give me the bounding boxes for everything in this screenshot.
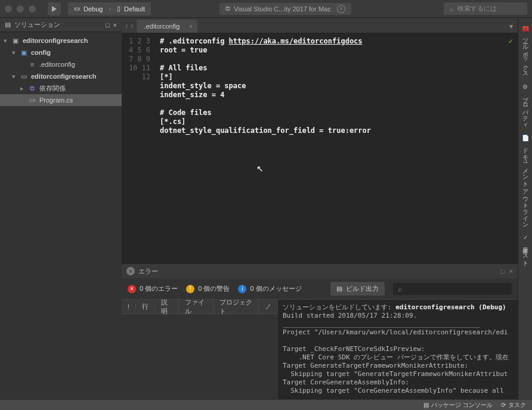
tree-item-label: 依存関係 (39, 84, 66, 93)
csharp-icon: C# (27, 98, 37, 103)
run-button[interactable] (48, 2, 61, 15)
config-name: Debug (83, 5, 103, 13)
tree-item-config[interactable]: ▾▣config (0, 46, 122, 58)
rail-label: ドキュメント アウトライン (521, 144, 530, 225)
titlebar: ▭ Debug › ▯ Default ⧉ Visual Studio C...… (0, 0, 532, 18)
rail-icon: ⚙ (522, 83, 528, 90)
disclosure-icon[interactable]: ▾ (12, 73, 19, 80)
app-title-bar: ⧉ Visual Studio C...ity 2017 for Mac × (219, 3, 351, 15)
code-content[interactable]: # .editorconfig https://aka.ms/editorcon… (155, 33, 518, 263)
nav-back-icon[interactable]: ‹ (125, 21, 128, 30)
errors-panel-title: エラー (138, 267, 158, 276)
package-console-button[interactable]: ▤ パッケージ コンソール (423, 401, 493, 409)
project-icon: ▭ (74, 5, 80, 13)
disclosure-icon[interactable]: ▾ (4, 37, 11, 45)
tasks-icon: ⟳ (501, 402, 506, 408)
build-output-button[interactable]: ▤ ビルド出力 (330, 282, 385, 296)
close-window-icon[interactable] (5, 5, 12, 13)
rail-tab-3[interactable]: ✓単体テスト (520, 231, 531, 266)
rail-label: プロパティ (521, 92, 530, 125)
column-header[interactable]: 説明 (155, 298, 178, 316)
pin-icon[interactable]: □ (500, 268, 505, 275)
close-icon[interactable]: × (113, 21, 117, 29)
solution-icon: ▣ (11, 37, 20, 45)
warning-badge-icon: ! (186, 285, 194, 293)
build-icon: ▤ (336, 285, 342, 293)
editor-tab[interactable]: .editorconfig × (137, 20, 197, 33)
line-gutter: 1 2 3 4 5 6 7 8 9 10 11 12 (122, 33, 155, 263)
tree-item-label: .editorconfig (39, 61, 75, 68)
disclosure-icon[interactable]: ▸ (20, 85, 27, 92)
solution-panel-header: ▤ ソリューション □ × (0, 18, 122, 32)
rail-icon: ✓ (523, 234, 528, 241)
folder-icon: ▣ (19, 49, 29, 57)
tree-item-label: editorconfigresearch (23, 37, 88, 44)
tasks-button[interactable]: ⟳ タスク (501, 401, 526, 409)
messages-filter[interactable]: i 0 個のメッセージ (238, 284, 301, 293)
disclosure-icon[interactable]: ▾ (12, 49, 19, 57)
project-icon: ▭ (19, 73, 29, 80)
editor-tab-bar: ‹ › .editorconfig × ▾ (122, 18, 518, 33)
global-search[interactable]: ⌕ 検索するには (444, 2, 527, 15)
column-header[interactable]: ファイル (179, 298, 214, 316)
minimize-window-icon[interactable] (17, 5, 24, 13)
vs-logo-icon: ⧉ (225, 5, 230, 13)
status-ok-icon: ✓ (509, 37, 513, 45)
rail-label: ツールボックス (521, 34, 530, 74)
stop-icon[interactable]: × (337, 5, 345, 13)
tree-item-label: Program.cs (39, 97, 73, 104)
tab-filename: .editorconfig (144, 23, 180, 30)
target-name: Default (124, 5, 145, 13)
warnings-filter[interactable]: ! 0 個の警告 (186, 284, 230, 293)
errors-panel: × エラー □ × × 0 個のエラー ! 0 個の警告 i (122, 263, 518, 399)
rail-label: 単体テスト (521, 243, 530, 263)
pin-icon[interactable]: □ (106, 21, 110, 29)
search-icon: ⌕ (450, 5, 454, 13)
zoom-window-icon[interactable] (29, 5, 36, 13)
tree-item-label: editorconfigresearch (31, 73, 96, 80)
rail-tab-2[interactable]: 📄ドキュメント アウトライン (520, 131, 531, 228)
errors-filter[interactable]: × 0 個のエラー (128, 284, 178, 293)
run-configuration[interactable]: ▭ Debug › ▯ Default (68, 2, 151, 15)
right-rail: 🧰ツールボックス⚙プロパティ📄ドキュメント アウトライン✓単体テスト (518, 18, 532, 399)
code-editor[interactable]: 1 2 3 4 5 6 7 8 9 10 11 12 # .editorconf… (122, 33, 518, 263)
doc-link[interactable]: https://aka.ms/editorconfigdocs (229, 37, 363, 45)
solution-tree: ▾▣editorconfigresearch▾▣config≡.editorco… (0, 32, 122, 399)
rail-icon: 🧰 (522, 25, 529, 32)
column-header[interactable]: ! (122, 303, 136, 310)
errors-toolbar: × 0 個のエラー ! 0 個の警告 i 0 個のメッセージ ▤ ビルド出力 (122, 278, 518, 300)
tree-item--editorconfig[interactable]: ≡.editorconfig (0, 58, 122, 70)
error-badge-icon: × (128, 285, 136, 293)
package-icon: ⧉ (27, 85, 37, 92)
target-icon: ▯ (117, 5, 120, 13)
search-placeholder: 検索するには (457, 4, 497, 13)
close-icon[interactable]: × (509, 268, 513, 275)
column-header[interactable]: プロジェクト (214, 298, 259, 316)
rail-tab-1[interactable]: ⚙プロパティ (520, 80, 531, 129)
window-controls (5, 5, 36, 13)
mouse-cursor-icon: ↖ (256, 164, 264, 173)
tree-item-editorconfigresearch[interactable]: ▾▣editorconfigresearch (0, 35, 122, 46)
nav-forward-icon[interactable]: › (131, 21, 134, 30)
column-header[interactable]: 行 (136, 302, 155, 311)
tab-overflow-icon[interactable]: ▾ (505, 20, 518, 33)
app-title: Visual Studio C...ity 2017 for Mac (234, 5, 330, 13)
tree-item--[interactable]: ▸⧉依存関係 (0, 82, 122, 94)
tree-item-label: config (31, 49, 51, 56)
search-icon: ⌕ (398, 285, 402, 293)
errors-search[interactable]: ⌕ (393, 283, 512, 295)
rail-tab-0[interactable]: 🧰ツールボックス (520, 21, 531, 77)
build-output[interactable]: ソリューションをビルドしています: editorconfigresearch (… (278, 300, 518, 399)
error-icon: × (126, 267, 135, 275)
solution-panel-title: ソリューション (14, 20, 60, 29)
solution-icon: ▤ (5, 21, 11, 29)
column-header[interactable]: ノ (259, 302, 278, 311)
chevron-right-icon: › (109, 5, 111, 13)
file-icon: ≡ (27, 61, 37, 68)
tab-close-icon[interactable]: × (189, 23, 193, 30)
tree-item-editorconfigresearch[interactable]: ▾▭editorconfigresearch (0, 70, 122, 82)
tree-item-program-cs[interactable]: C#Program.cs (0, 94, 122, 106)
info-badge-icon: i (238, 285, 246, 293)
statusbar: ▤ パッケージ コンソール ⟳ タスク (0, 399, 532, 410)
errors-columns: !行説明ファイルプロジェクトノ (122, 300, 278, 314)
